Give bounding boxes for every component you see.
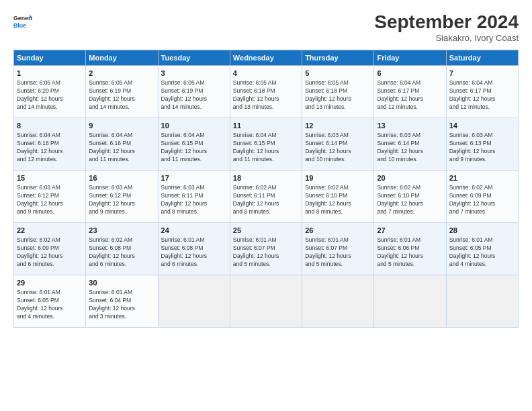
calendar-cell xyxy=(446,275,518,327)
calendar-cell: 29Sunrise: 6:01 AM Sunset: 6:05 PM Dayli… xyxy=(14,275,86,327)
day-number: 24 xyxy=(161,226,227,236)
svg-text:General: General xyxy=(13,15,32,21)
day-info: Sunrise: 6:01 AM Sunset: 6:07 PM Dayligh… xyxy=(233,236,299,269)
day-number: 28 xyxy=(449,226,515,236)
day-info: Sunrise: 6:05 AM Sunset: 6:18 PM Dayligh… xyxy=(233,79,299,111)
calendar-week-row: 15Sunrise: 6:03 AM Sunset: 6:12 PM Dayli… xyxy=(14,170,519,222)
day-number: 16 xyxy=(89,173,154,183)
calendar-cell: 7Sunrise: 6:04 AM Sunset: 6:17 PM Daylig… xyxy=(446,65,518,118)
day-info: Sunrise: 6:03 AM Sunset: 6:11 PM Dayligh… xyxy=(161,184,227,216)
day-number: 14 xyxy=(449,121,515,131)
day-number: 2 xyxy=(89,68,154,79)
day-info: Sunrise: 6:02 AM Sunset: 6:08 PM Dayligh… xyxy=(89,236,154,269)
day-info: Sunrise: 6:03 AM Sunset: 6:14 PM Dayligh… xyxy=(305,132,371,164)
day-info: Sunrise: 6:01 AM Sunset: 6:05 PM Dayligh… xyxy=(449,236,515,269)
day-number: 23 xyxy=(89,226,154,236)
day-number: 26 xyxy=(305,226,371,236)
calendar-cell: 21Sunrise: 6:02 AM Sunset: 6:09 PM Dayli… xyxy=(446,170,518,222)
calendar-cell: 2Sunrise: 6:05 AM Sunset: 6:19 PM Daylig… xyxy=(86,65,158,118)
calendar-cell xyxy=(230,275,302,327)
calendar-week-row: 22Sunrise: 6:02 AM Sunset: 6:09 PM Dayli… xyxy=(14,222,519,275)
calendar-header-monday: Monday xyxy=(86,50,158,65)
calendar-cell: 19Sunrise: 6:02 AM Sunset: 6:10 PM Dayli… xyxy=(302,170,374,222)
calendar-cell xyxy=(302,275,374,327)
day-info: Sunrise: 6:04 AM Sunset: 6:15 PM Dayligh… xyxy=(233,132,299,164)
day-number: 29 xyxy=(17,278,83,288)
calendar-page: General Blue September 2024 Siakakro, Iv… xyxy=(0,0,532,411)
calendar-cell xyxy=(158,275,230,327)
calendar-cell: 18Sunrise: 6:02 AM Sunset: 6:11 PM Dayli… xyxy=(230,170,302,222)
day-info: Sunrise: 6:03 AM Sunset: 6:12 PM Dayligh… xyxy=(89,184,154,216)
day-info: Sunrise: 6:05 AM Sunset: 6:20 PM Dayligh… xyxy=(17,79,83,111)
calendar-header-tuesday: Tuesday xyxy=(158,50,230,65)
day-info: Sunrise: 6:02 AM Sunset: 6:11 PM Dayligh… xyxy=(233,184,299,216)
day-number: 10 xyxy=(161,121,227,131)
calendar-cell: 6Sunrise: 6:04 AM Sunset: 6:17 PM Daylig… xyxy=(374,65,446,118)
calendar-header-sunday: Sunday xyxy=(14,50,86,65)
calendar-cell: 1Sunrise: 6:05 AM Sunset: 6:20 PM Daylig… xyxy=(14,65,86,118)
logo-icon: General Blue xyxy=(13,12,32,31)
day-info: Sunrise: 6:03 AM Sunset: 6:13 PM Dayligh… xyxy=(449,132,515,164)
day-info: Sunrise: 6:02 AM Sunset: 6:10 PM Dayligh… xyxy=(377,184,443,216)
calendar-cell: 25Sunrise: 6:01 AM Sunset: 6:07 PM Dayli… xyxy=(230,222,302,275)
calendar-cell: 24Sunrise: 6:01 AM Sunset: 6:08 PM Dayli… xyxy=(158,222,230,275)
day-number: 22 xyxy=(17,226,83,236)
day-number: 20 xyxy=(377,173,443,183)
calendar-cell: 11Sunrise: 6:04 AM Sunset: 6:15 PM Dayli… xyxy=(230,118,302,170)
day-info: Sunrise: 6:03 AM Sunset: 6:12 PM Dayligh… xyxy=(17,184,83,216)
day-info: Sunrise: 6:04 AM Sunset: 6:17 PM Dayligh… xyxy=(377,79,443,111)
calendar-cell: 22Sunrise: 6:02 AM Sunset: 6:09 PM Dayli… xyxy=(14,222,86,275)
calendar-week-row: 1Sunrise: 6:05 AM Sunset: 6:20 PM Daylig… xyxy=(14,65,519,118)
day-number: 25 xyxy=(233,226,299,236)
calendar-cell: 3Sunrise: 6:05 AM Sunset: 6:19 PM Daylig… xyxy=(158,65,230,118)
calendar-cell: 26Sunrise: 6:01 AM Sunset: 6:07 PM Dayli… xyxy=(302,222,374,275)
calendar-cell: 23Sunrise: 6:02 AM Sunset: 6:08 PM Dayli… xyxy=(86,222,158,275)
calendar-week-row: 29Sunrise: 6:01 AM Sunset: 6:05 PM Dayli… xyxy=(14,275,519,327)
calendar-cell: 10Sunrise: 6:04 AM Sunset: 6:15 PM Dayli… xyxy=(158,118,230,170)
day-number: 15 xyxy=(17,173,83,183)
calendar-cell: 12Sunrise: 6:03 AM Sunset: 6:14 PM Dayli… xyxy=(302,118,374,170)
day-number: 11 xyxy=(233,121,299,131)
day-info: Sunrise: 6:01 AM Sunset: 6:05 PM Dayligh… xyxy=(17,289,83,321)
day-number: 8 xyxy=(17,121,83,131)
day-info: Sunrise: 6:03 AM Sunset: 6:14 PM Dayligh… xyxy=(377,132,443,164)
calendar-header-saturday: Saturday xyxy=(446,50,518,65)
calendar-header-row: SundayMondayTuesdayWednesdayThursdayFrid… xyxy=(14,50,519,65)
calendar-cell: 20Sunrise: 6:02 AM Sunset: 6:10 PM Dayli… xyxy=(374,170,446,222)
day-info: Sunrise: 6:02 AM Sunset: 6:09 PM Dayligh… xyxy=(17,236,83,269)
calendar-header-friday: Friday xyxy=(374,50,446,65)
day-number: 9 xyxy=(89,121,154,131)
day-number: 13 xyxy=(377,121,443,131)
day-info: Sunrise: 6:04 AM Sunset: 6:16 PM Dayligh… xyxy=(89,132,154,164)
logo: General Blue xyxy=(13,12,32,31)
calendar-cell: 16Sunrise: 6:03 AM Sunset: 6:12 PM Dayli… xyxy=(86,170,158,222)
calendar-header-thursday: Thursday xyxy=(302,50,374,65)
title-block: September 2024 Siakakro, Ivory Coast xyxy=(374,12,519,43)
calendar-cell: 27Sunrise: 6:01 AM Sunset: 6:06 PM Dayli… xyxy=(374,222,446,275)
day-info: Sunrise: 6:01 AM Sunset: 6:06 PM Dayligh… xyxy=(377,236,443,269)
day-number: 17 xyxy=(161,173,227,183)
svg-text:Blue: Blue xyxy=(13,22,26,29)
day-number: 30 xyxy=(89,278,154,288)
location: Siakakro, Ivory Coast xyxy=(374,33,519,43)
day-info: Sunrise: 6:05 AM Sunset: 6:19 PM Dayligh… xyxy=(161,79,227,111)
day-info: Sunrise: 6:01 AM Sunset: 6:08 PM Dayligh… xyxy=(161,236,227,269)
day-number: 1 xyxy=(17,68,83,79)
day-info: Sunrise: 6:05 AM Sunset: 6:19 PM Dayligh… xyxy=(89,79,154,111)
day-number: 6 xyxy=(377,68,443,79)
day-info: Sunrise: 6:04 AM Sunset: 6:16 PM Dayligh… xyxy=(17,132,83,164)
day-number: 19 xyxy=(305,173,371,183)
calendar-cell: 13Sunrise: 6:03 AM Sunset: 6:14 PM Dayli… xyxy=(374,118,446,170)
day-number: 4 xyxy=(233,68,299,79)
day-info: Sunrise: 6:02 AM Sunset: 6:09 PM Dayligh… xyxy=(449,184,515,216)
day-number: 5 xyxy=(305,68,371,79)
day-number: 3 xyxy=(161,68,227,79)
calendar-week-row: 8Sunrise: 6:04 AM Sunset: 6:16 PM Daylig… xyxy=(14,118,519,170)
day-info: Sunrise: 6:01 AM Sunset: 6:04 PM Dayligh… xyxy=(89,289,154,321)
day-info: Sunrise: 6:04 AM Sunset: 6:15 PM Dayligh… xyxy=(161,132,227,164)
day-number: 18 xyxy=(233,173,299,183)
calendar-cell: 30Sunrise: 6:01 AM Sunset: 6:04 PM Dayli… xyxy=(86,275,158,327)
header: General Blue September 2024 Siakakro, Iv… xyxy=(13,12,519,43)
calendar-cell: 4Sunrise: 6:05 AM Sunset: 6:18 PM Daylig… xyxy=(230,65,302,118)
day-info: Sunrise: 6:05 AM Sunset: 6:18 PM Dayligh… xyxy=(305,79,371,111)
